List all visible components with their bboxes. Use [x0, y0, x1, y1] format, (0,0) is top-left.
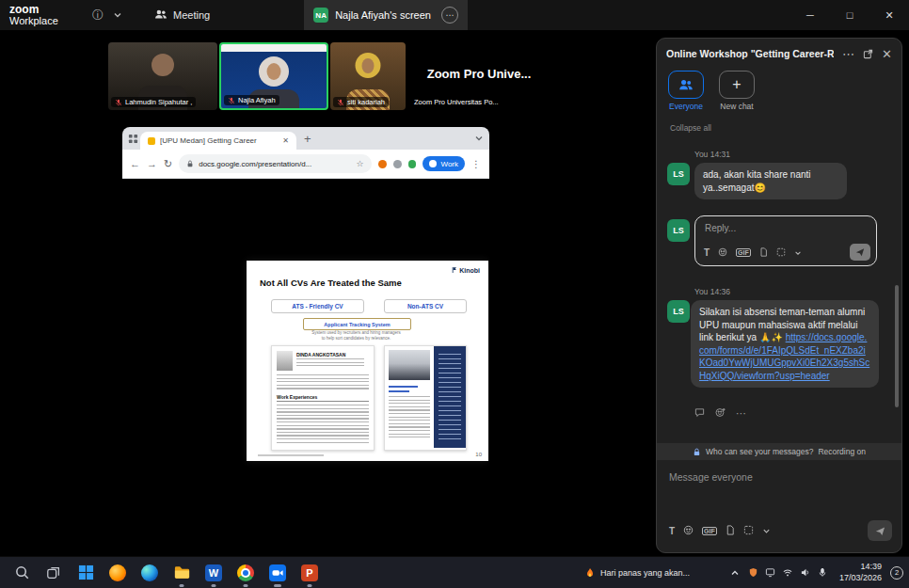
slides-favicon	[148, 137, 155, 145]
task-view-icon[interactable]	[38, 557, 70, 588]
chat-privacy-bar[interactable]: Who can see your messages? Recording on	[657, 443, 901, 460]
browser-tab[interactable]: [UPU Medan] Getting Career ✕	[140, 132, 296, 150]
reload-icon[interactable]: ↻	[164, 159, 172, 169]
tab-search-chevron-icon[interactable]	[474, 134, 484, 143]
powerpoint-icon[interactable]: P	[294, 557, 326, 588]
firefox-icon[interactable]	[102, 557, 134, 588]
network-icon[interactable]	[782, 564, 793, 581]
cv-section-heading: Work Experiences	[277, 394, 317, 400]
emoji-icon[interactable]	[718, 244, 727, 261]
reply-composer[interactable]: Reply... T GIF	[694, 215, 877, 266]
chat-scrollbar[interactable]	[895, 285, 899, 407]
mic-muted-icon	[337, 99, 344, 106]
chevron-down-icon[interactable]	[794, 244, 802, 261]
back-icon[interactable]: ←	[130, 159, 140, 169]
tab-everyone[interactable]: Everyone	[668, 71, 704, 119]
browser-menu-icon[interactable]: ⋮	[471, 159, 482, 169]
display-icon[interactable]	[765, 564, 775, 581]
tab-new-chat[interactable]: + New chat	[719, 71, 755, 119]
maximize-button[interactable]: □	[830, 0, 869, 30]
antivirus-icon[interactable]	[748, 564, 758, 581]
file-icon[interactable]	[759, 244, 768, 261]
profile-avatar	[429, 160, 437, 167]
edge-icon[interactable]	[134, 557, 166, 588]
forward-icon[interactable]: →	[147, 159, 157, 169]
notification-count-badge[interactable]: 2	[890, 566, 903, 580]
screenshot-icon[interactable]	[743, 522, 754, 539]
format-text-icon[interactable]: T	[669, 526, 675, 536]
ats-cv-example: DINDA ANGKOTASAN Work Experiences	[271, 345, 375, 451]
flag-icon	[452, 266, 457, 274]
tab-meeting[interactable]: Meeting	[147, 0, 217, 30]
minimize-button[interactable]: ─	[790, 0, 830, 30]
word-icon[interactable]: W	[198, 557, 230, 588]
people-icon	[678, 77, 694, 92]
reply-placeholder: Reply...	[705, 223, 736, 233]
volume-icon[interactable]	[800, 564, 811, 581]
news-widget[interactable]: Hari panas yang akan...	[585, 567, 690, 579]
video-tile-no-video[interactable]: Zoom Pro Unive... Zoom Pro Universitas P…	[407, 42, 550, 110]
ellipsis-icon[interactable]: ⋯	[441, 7, 458, 24]
chat-message-list[interactable]: Collapse all You 14:31 LS ada, akan kita…	[657, 121, 901, 443]
message-sender-time: You 14:36	[694, 287, 730, 296]
gif-icon[interactable]: GIF	[702, 527, 717, 535]
close-button[interactable]: ✕	[869, 0, 909, 30]
send-icon[interactable]	[850, 244, 870, 261]
file-icon[interactable]	[726, 522, 735, 539]
taskbar-clock[interactable]: 14:39 17/03/2026	[839, 562, 882, 583]
video-tile-active-speaker[interactable]: Najla Afiyah	[219, 42, 328, 110]
reply-icon[interactable]	[694, 407, 705, 420]
privacy-icon	[693, 448, 701, 456]
mic-icon[interactable]	[818, 564, 827, 581]
window-controls: ─ □ ✕	[790, 0, 909, 30]
gif-icon[interactable]: GIF	[736, 248, 751, 257]
file-explorer-icon[interactable]	[166, 557, 198, 588]
zoom-workplace-window: zoom Workplace ⓘ Meeting NA Najla Afiyah…	[0, 0, 909, 588]
more-actions-icon[interactable]: ⋯	[736, 407, 746, 420]
emoji-icon[interactable]	[683, 522, 694, 539]
cv-text-lines	[389, 386, 430, 444]
cv-photo	[389, 350, 430, 380]
show-hidden-icons[interactable]	[730, 564, 740, 581]
lock-icon	[186, 160, 194, 167]
tab-grid-icon[interactable]	[128, 134, 138, 144]
screen-tab-label: Najla Afiyah's screen	[335, 9, 431, 21]
new-tab-button[interactable]: +	[304, 133, 311, 145]
close-tab-icon[interactable]: ✕	[282, 136, 289, 145]
cv-text-lines	[277, 374, 369, 390]
collapse-all-button[interactable]: Collapse all	[670, 123, 711, 133]
chat-composer[interactable]: Message everyone T GIF	[657, 460, 901, 552]
address-bar[interactable]: docs.google.com/presentation/d... ☆	[179, 154, 371, 173]
screenshot-icon[interactable]	[776, 244, 786, 261]
send-icon[interactable]	[868, 520, 892, 541]
bookmark-star-icon[interactable]: ☆	[356, 159, 363, 168]
info-icon[interactable]: ⓘ	[92, 8, 104, 24]
zoom-icon[interactable]	[262, 557, 294, 588]
kinobi-logo: Kinobi	[452, 266, 480, 274]
message-input[interactable]: Message everyone	[669, 471, 753, 483]
search-icon[interactable]	[6, 557, 38, 588]
format-text-icon[interactable]: T	[704, 247, 710, 258]
extension-icon[interactable]	[378, 160, 387, 168]
extension-icon[interactable]	[408, 160, 417, 168]
tab-screen-share[interactable]: NA Najla Afiyah's screen ⋯	[304, 0, 468, 30]
start-button[interactable]	[70, 557, 102, 588]
ellipsis-icon[interactable]: ⋯	[842, 48, 854, 60]
chevron-down-icon[interactable]	[113, 10, 122, 20]
column-header-ats: ATS - Friendly CV	[271, 299, 364, 313]
close-icon[interactable]: ✕	[882, 48, 892, 60]
browser-toolbar: ← → ↻ docs.google.com/presentation/d... …	[122, 150, 489, 179]
browser-profile-chip[interactable]: Work	[423, 156, 465, 171]
extension-icon[interactable]	[393, 160, 402, 168]
avatar: LS	[667, 219, 690, 242]
video-tile-participant[interactable]: Lahmudin Sipahutar ,	[108, 42, 217, 110]
pop-out-icon[interactable]	[863, 49, 873, 59]
ats-label-box: Applicant Tracking System	[303, 318, 411, 330]
cv-text-lines	[296, 358, 364, 367]
add-reaction-icon[interactable]	[715, 407, 726, 420]
chevron-down-icon[interactable]	[762, 522, 771, 539]
video-tile-participant[interactable]: siti kadariah	[330, 42, 406, 110]
composer-toolbar: T GIF	[669, 520, 892, 541]
windows-taskbar: W P Hari panas yang akan...	[0, 556, 909, 588]
chrome-icon[interactable]	[230, 557, 262, 588]
